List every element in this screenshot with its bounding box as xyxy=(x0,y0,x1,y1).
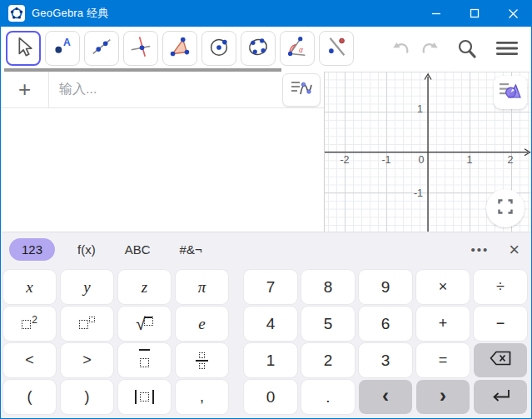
key-square[interactable]: 2 xyxy=(3,307,56,341)
title-bar: GeoGebra 经典 xyxy=(0,0,532,27)
key-comma[interactable]: , xyxy=(176,380,228,414)
algebra-view: + 输入... xyxy=(1,72,324,232)
sqrt-icon: √ xyxy=(136,314,153,334)
algebra-input[interactable]: 输入... xyxy=(49,81,282,98)
tool-polygon[interactable] xyxy=(162,31,197,66)
key-x[interactable]: x xyxy=(3,270,56,304)
key-9[interactable]: 9 xyxy=(359,270,412,304)
minimize-button[interactable] xyxy=(417,0,455,27)
graphics-view[interactable]: -2 -1 0 1 2 1 -1 xyxy=(324,72,531,232)
input-style-button[interactable] xyxy=(282,73,321,107)
recurring-decimal-icon xyxy=(139,349,150,372)
tool-reflect-about-line[interactable] xyxy=(319,31,354,66)
tab-symbols[interactable]: #&¬ xyxy=(177,238,206,261)
x-tick-0: 0 xyxy=(419,154,425,166)
key-sqrt[interactable]: √ xyxy=(118,307,171,341)
x-tick--2: -2 xyxy=(340,154,349,166)
keyboard-right-block: 7 8 9 × ÷ 4 5 6 + − 1 2 3 = xyxy=(244,270,527,414)
key-greater-than[interactable]: > xyxy=(61,343,113,377)
maximize-button[interactable] xyxy=(455,0,494,27)
circle-icon xyxy=(206,34,231,62)
tool-line[interactable] xyxy=(84,31,119,66)
tool-circle-center-point[interactable] xyxy=(201,31,236,66)
key-left-paren[interactable]: ( xyxy=(3,380,56,414)
redo-button[interactable] xyxy=(416,36,441,61)
key-8[interactable]: 8 xyxy=(301,270,355,304)
graphics-settings-button[interactable] xyxy=(494,76,527,109)
svg-text:A: A xyxy=(63,37,71,48)
keyboard-body: x y z π 2 √ e < > xyxy=(1,270,531,414)
menu-icon[interactable] xyxy=(495,36,520,61)
perpendicular-line-icon xyxy=(128,34,153,62)
key-divide[interactable]: ÷ xyxy=(474,270,527,304)
key-5[interactable]: 5 xyxy=(301,307,355,341)
virtual-keyboard: 123 f(x) ABC #&¬ ••• × x y z π 2 xyxy=(1,232,531,418)
key-cursor-right[interactable]: › xyxy=(416,380,470,414)
line-icon xyxy=(89,34,114,62)
absolute-value-icon xyxy=(135,390,154,404)
more-options-icon[interactable]: ••• xyxy=(470,242,489,257)
y-tick--1: -1 xyxy=(414,187,423,199)
key-fraction[interactable] xyxy=(176,343,228,377)
toolbar-actions xyxy=(390,31,531,66)
point-icon: A xyxy=(50,34,75,62)
tab-abc[interactable]: ABC xyxy=(122,238,154,261)
svg-text:α: α xyxy=(299,46,304,54)
close-button[interactable] xyxy=(494,0,532,27)
fullscreen-button[interactable] xyxy=(486,189,525,227)
tool-bar: A xyxy=(1,27,531,72)
key-right-paren[interactable]: ) xyxy=(61,380,113,414)
tool-move[interactable] xyxy=(6,31,41,66)
backspace-icon xyxy=(490,351,511,370)
key-4[interactable]: 4 xyxy=(244,307,297,341)
key-backspace[interactable] xyxy=(474,343,527,377)
key-7[interactable]: 7 xyxy=(244,270,297,304)
tool-conic-through-points[interactable] xyxy=(241,31,276,66)
key-0[interactable]: 0 xyxy=(244,380,297,414)
key-recurring-decimal[interactable] xyxy=(118,343,171,377)
key-equals[interactable]: = xyxy=(416,343,470,377)
y-tick-1: 1 xyxy=(417,103,423,115)
tab-fx[interactable]: f(x) xyxy=(74,238,99,261)
key-less-than[interactable]: < xyxy=(3,343,56,377)
square-icon: 2 xyxy=(22,315,37,333)
x-tick--1: -1 xyxy=(381,154,390,166)
algebra-style-icon xyxy=(290,77,313,102)
key-power[interactable] xyxy=(61,307,113,341)
tool-point[interactable]: A xyxy=(45,31,80,66)
tab-123[interactable]: 123 xyxy=(9,238,55,261)
fraction-icon xyxy=(196,352,208,369)
key-y[interactable]: y xyxy=(61,270,113,304)
key-2[interactable]: 2 xyxy=(301,343,355,377)
key-enter[interactable] xyxy=(474,380,527,414)
graphics-settings-icon xyxy=(499,80,522,105)
key-z[interactable]: z xyxy=(118,270,171,304)
angle-icon: α xyxy=(285,34,310,62)
key-6[interactable]: 6 xyxy=(359,307,412,341)
reflect-icon xyxy=(324,34,349,62)
key-e[interactable]: e xyxy=(176,307,228,341)
key-minus[interactable]: − xyxy=(474,307,527,341)
fullscreen-icon xyxy=(498,199,513,217)
key-pi[interactable]: π xyxy=(176,270,228,304)
key-3[interactable]: 3 xyxy=(359,343,412,377)
algebra-input-row[interactable]: + 输入... xyxy=(1,72,324,108)
power-icon xyxy=(79,315,95,333)
key-cursor-left[interactable]: ‹ xyxy=(359,380,412,414)
search-icon[interactable] xyxy=(455,36,480,61)
tool-perpendicular-line[interactable] xyxy=(123,31,158,66)
conic-icon xyxy=(246,34,271,62)
keyboard-close-icon[interactable]: × xyxy=(509,242,520,258)
key-1[interactable]: 1 xyxy=(244,343,297,377)
key-absolute-value[interactable] xyxy=(118,380,171,414)
add-expression-button[interactable]: + xyxy=(1,72,49,107)
key-plus[interactable]: + xyxy=(416,307,470,341)
tool-angle[interactable]: α xyxy=(280,31,315,66)
cursor-arrow-icon xyxy=(11,34,36,62)
key-multiply[interactable]: × xyxy=(416,270,470,304)
polygon-icon xyxy=(167,34,192,62)
x-tick-1: 1 xyxy=(467,154,473,166)
key-decimal[interactable]: . xyxy=(301,380,355,414)
undo-button[interactable] xyxy=(390,36,415,61)
enter-icon xyxy=(490,388,510,407)
